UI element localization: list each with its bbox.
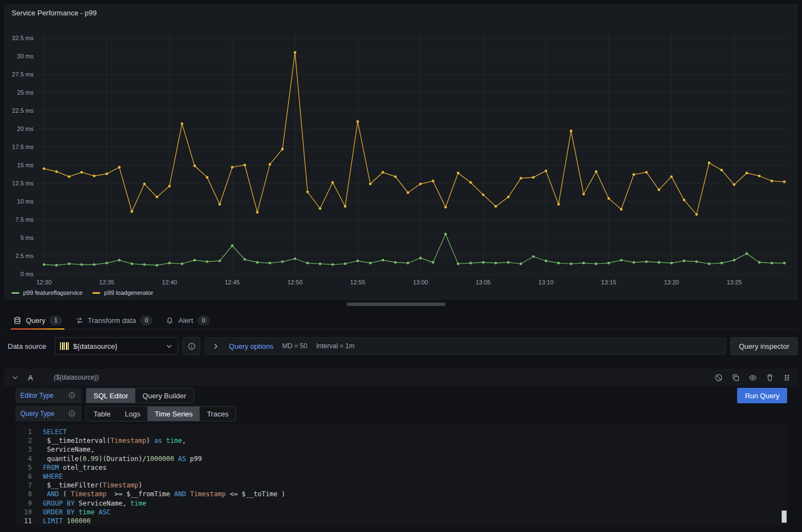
svg-text:0 ms: 0 ms xyxy=(20,271,34,277)
sql-line[interactable]: 3 ServiceName, xyxy=(15,445,787,454)
legend-item[interactable]: p99 featureflagservice xyxy=(12,289,83,296)
query-ref-id[interactable]: A xyxy=(28,374,33,382)
sql-line[interactable]: 6WHERE xyxy=(15,472,787,481)
datasource-picker[interactable]: ${datasource} xyxy=(55,337,178,355)
sql-line[interactable]: 8 AND ( Timestamp >= $__fromTime AND Tim… xyxy=(15,490,787,498)
sql-line[interactable]: 2 $__timeInterval(Timestamp) as time, xyxy=(15,436,787,445)
option-sql-editor[interactable]: SQL Editor xyxy=(86,388,135,403)
datasource-toolbar: Data source ${datasource} Query options … xyxy=(4,337,798,355)
chevron-right-icon xyxy=(212,342,220,350)
delete-query-icon[interactable] xyxy=(766,374,774,382)
svg-text:12:35: 12:35 xyxy=(99,279,114,286)
code-text: WHERE xyxy=(43,472,63,481)
line-number: 4 xyxy=(15,454,32,463)
line-number: 5 xyxy=(15,463,32,472)
timeseries-chart[interactable]: 0 ms2.5 ms5 ms7.5 ms10 ms12.5 ms15 ms17.… xyxy=(5,21,797,291)
disable-query-icon[interactable] xyxy=(715,374,723,382)
duplicate-query-icon[interactable] xyxy=(732,374,740,382)
tab-count-badge: 0 xyxy=(197,316,210,325)
collapse-chevron-icon[interactable] xyxy=(11,374,19,382)
query-options-interval: Interval = 1m xyxy=(316,342,355,350)
option-query-builder[interactable]: Query Builder xyxy=(135,388,193,403)
editor-scrollbar-thumb[interactable] xyxy=(782,511,787,523)
code-text: ORDER BY time ASC xyxy=(43,508,111,517)
sql-line[interactable]: 5FROM otel_traces xyxy=(15,463,787,472)
timeseries-panel: Service Performance - p99 0 ms2.5 ms5 ms… xyxy=(4,4,798,300)
tab-query[interactable]: Query1 xyxy=(7,311,69,329)
svg-text:15 ms: 15 ms xyxy=(17,162,34,168)
sql-code: 1SELECT2 $__timeInterval(Timestamp) as t… xyxy=(15,427,787,525)
sql-line[interactable]: 10ORDER BY time ASC xyxy=(15,508,787,517)
sql-line[interactable]: 1SELECT xyxy=(15,427,787,436)
tab-transform-data[interactable]: Transform data0 xyxy=(69,311,160,329)
query-type-label: Query Type xyxy=(15,406,81,421)
info-circle-icon[interactable] xyxy=(68,410,76,418)
datasource-label: Data source xyxy=(4,342,51,350)
svg-text:12:55: 12:55 xyxy=(350,279,366,286)
datasource-value: ${datasource} xyxy=(73,342,161,350)
line-number: 1 xyxy=(15,427,32,436)
sql-editor[interactable]: 1SELECT2 $__timeInterval(Timestamp) as t… xyxy=(15,425,787,526)
editor-type-label: Editor Type xyxy=(15,388,81,403)
sql-line[interactable]: 11LIMIT 100000 xyxy=(15,517,787,525)
legend-series-label: p99 featureflagservice xyxy=(23,289,83,296)
query-options-md: MD = 50 xyxy=(282,342,307,350)
legend-series-swatch xyxy=(92,292,100,294)
chart-legend: p99 featureflagservicep99 loadgenerator xyxy=(12,289,153,296)
sql-line[interactable]: 7 $__timeFilter(Timestamp) xyxy=(15,481,787,490)
line-number: 7 xyxy=(15,481,32,490)
drag-handle-icon[interactable] xyxy=(783,374,791,382)
datasource-help-button[interactable] xyxy=(183,337,200,355)
svg-text:13:25: 13:25 xyxy=(727,279,742,286)
grafana-page: Service Performance - p99 0 ms2.5 ms5 ms… xyxy=(0,0,802,532)
svg-text:12.5 ms: 12.5 ms xyxy=(12,180,34,187)
chevron-down-icon xyxy=(165,342,173,350)
option-time-series[interactable]: Time Series xyxy=(147,407,200,421)
code-text: $__timeInterval(Timestamp) as time, xyxy=(43,436,186,445)
code-text: FROM otel_traces xyxy=(43,463,107,472)
info-circle-icon xyxy=(188,342,196,350)
sql-line[interactable]: 4 quantile(0.99)(Duration)/1000000 AS p9… xyxy=(15,454,787,463)
query-inspector-button[interactable]: Query inspector xyxy=(730,337,798,355)
code-text: ServiceName, xyxy=(43,445,95,454)
tab-label: Alert xyxy=(178,316,193,325)
code-text: GROUP BY ServiceName, time xyxy=(43,499,146,508)
code-text: LIMIT 100000 xyxy=(43,517,91,525)
transform-icon xyxy=(75,316,84,325)
code-text: SELECT xyxy=(43,427,67,436)
svg-text:12:45: 12:45 xyxy=(224,279,240,286)
svg-text:12:30: 12:30 xyxy=(36,279,52,286)
svg-text:30 ms: 30 ms xyxy=(17,53,34,59)
info-circle-icon[interactable] xyxy=(68,392,76,400)
code-text: AND ( Timestamp >= $__fromTime AND Times… xyxy=(43,490,285,498)
line-number: 6 xyxy=(15,472,32,481)
svg-text:13:15: 13:15 xyxy=(601,279,617,286)
legend-item[interactable]: p99 loadgenerator xyxy=(92,289,153,296)
line-number: 3 xyxy=(15,445,32,454)
code-text: quantile(0.99)(Duration)/1000000 AS p99 xyxy=(43,454,202,463)
svg-text:17.5 ms: 17.5 ms xyxy=(12,144,34,150)
option-traces[interactable]: Traces xyxy=(200,407,235,421)
line-number: 10 xyxy=(15,508,32,517)
query-options-bar[interactable]: Query options MD = 50 Interval = 1m xyxy=(205,337,726,355)
option-logs[interactable]: Logs xyxy=(118,407,147,421)
legend-series-label: p99 loadgenerator xyxy=(104,289,153,296)
query-datasource-hint: (${datasource}) xyxy=(54,374,99,381)
horizontal-scrollbar-thumb[interactable] xyxy=(347,303,446,306)
svg-text:2.5 ms: 2.5 ms xyxy=(15,253,34,259)
editor-type-row: Editor Type SQL EditorQuery Builder Run … xyxy=(15,388,787,403)
toggle-visibility-icon[interactable] xyxy=(749,374,757,382)
bell-icon xyxy=(166,316,174,325)
panel-title[interactable]: Service Performance - p99 xyxy=(12,9,97,17)
run-query-button[interactable]: Run Query xyxy=(737,388,787,403)
svg-text:12:50: 12:50 xyxy=(288,279,303,286)
svg-text:13:20: 13:20 xyxy=(664,279,679,286)
tab-alert[interactable]: Alert0 xyxy=(159,311,216,329)
query-type-row: Query Type TableLogsTime SeriesTraces xyxy=(15,406,787,421)
query-a-header: A (${datasource}) xyxy=(4,369,798,386)
option-table[interactable]: Table xyxy=(86,407,118,421)
svg-text:13:00: 13:00 xyxy=(413,279,429,286)
sql-line[interactable]: 9GROUP BY ServiceName, time xyxy=(15,499,787,508)
query-options-link[interactable]: Query options xyxy=(229,342,273,350)
line-number: 11 xyxy=(15,517,32,525)
